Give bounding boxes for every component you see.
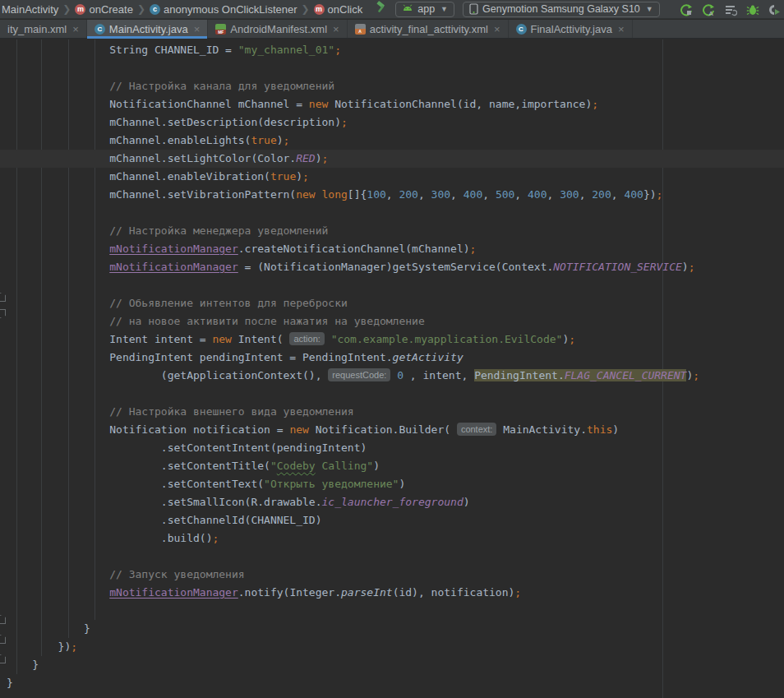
close-icon[interactable]: ×	[72, 23, 79, 35]
code-line[interactable]: NotificationChannel mChannel = new Notif…	[0, 95, 784, 113]
navigation-bar: MainActivity ❯ m onCreate ❯ c anonymous …	[0, 0, 784, 19]
code-area[interactable]: String CHANNEL_ID = "my_channel_01"; // …	[0, 41, 784, 692]
code-line[interactable]: mNotificationManager = (NotificationMana…	[0, 258, 784, 276]
code-line[interactable]	[0, 602, 784, 620]
code-token: new	[289, 423, 308, 436]
code-token	[7, 243, 109, 255]
code-token	[325, 333, 331, 345]
java-class-icon: C	[516, 24, 527, 35]
code-token	[7, 405, 109, 418]
breadcrumb-item-oncreate[interactable]: m onCreate	[75, 3, 132, 16]
code-token: long	[322, 188, 348, 201]
code-line[interactable]: // Настройка менеджера уведомлений	[0, 222, 784, 240]
code-token: NotificationChannel(id, name,importance)	[328, 98, 592, 110]
code-token: ;	[341, 116, 348, 128]
code-line[interactable]: mChannel.setLightColor(Color.RED);	[0, 150, 784, 168]
apply-changes-restart-button[interactable]	[680, 3, 693, 16]
code-token: ,	[611, 188, 625, 201]
close-icon[interactable]: ×	[194, 23, 201, 35]
code-token: ;	[334, 44, 341, 56]
code-token	[7, 261, 109, 273]
tab-activity-final-acttivity-xml[interactable]: A activity_final_acttivity.xml ×	[348, 20, 509, 38]
tab-finalacttivity-java[interactable]: C FinalActtivity.java ×	[509, 20, 633, 38]
breadcrumb-item-onclick[interactable]: m onClick	[314, 3, 363, 16]
code-token	[7, 586, 109, 599]
code-token: )	[399, 478, 405, 490]
code-line[interactable]: mNotificationManager.notify(Integer.pars…	[0, 584, 784, 602]
code-token	[316, 188, 322, 201]
tab-androidmanifest-xml[interactable]: MF AndroidManifest.xml ×	[208, 20, 347, 38]
code-token: Intent(	[232, 333, 289, 345]
code-token: "Открыть уведомление"	[264, 478, 399, 490]
code-line[interactable]: Notification notification = new Notifica…	[0, 421, 784, 439]
code-token: }	[7, 622, 90, 635]
code-token: })	[643, 188, 657, 201]
code-line[interactable]: .setSmallIcon(R.drawable.ic_launcher_for…	[0, 493, 784, 511]
breadcrumb-item-class[interactable]: MainActivity	[2, 3, 58, 16]
code-line[interactable]: PendingIntent pendingIntent = PendingInt…	[0, 349, 784, 367]
device-dropdown[interactable]: Genymotion Samsung Galaxy S10 ▼	[463, 2, 660, 17]
code-token: }	[7, 659, 39, 671]
code-line[interactable]: }	[0, 674, 784, 692]
code-line[interactable]: (getApplicationContext(), requestCode: 0…	[0, 367, 784, 385]
debug-button[interactable]	[746, 3, 759, 16]
code-line[interactable]: }	[0, 656, 784, 674]
code-line[interactable]	[0, 276, 784, 294]
build-hammer-icon[interactable]	[374, 1, 387, 17]
apply-code-changes-button[interactable]: A	[702, 3, 715, 16]
attach-debugger-button[interactable]	[768, 3, 782, 16]
code-token	[7, 80, 109, 92]
code-line[interactable]: // Обьявление интентов для переброски	[0, 294, 784, 312]
close-icon[interactable]: ×	[494, 23, 500, 35]
code-line[interactable]: });	[0, 638, 784, 656]
code-token: ;	[592, 98, 598, 110]
chevron-right-icon: ❯	[62, 3, 71, 15]
code-token: // на новое активити после нажатия на ув…	[109, 315, 425, 327]
coverage-button[interactable]	[724, 3, 737, 16]
code-line[interactable]: .build();	[0, 529, 784, 548]
tab-activity-main-xml[interactable]: ity_main.xml ×	[0, 20, 87, 38]
code-line[interactable]: mChannel.setDescription(description);	[0, 113, 784, 132]
code-line[interactable]: }	[0, 620, 784, 638]
code-token: 200	[399, 188, 417, 201]
code-token: 400	[528, 188, 546, 201]
code-line[interactable]: // Настройка внешнего вида уведомления	[0, 403, 784, 421]
tab-label: MainActivity.java	[109, 23, 188, 35]
code-token: Intent intent =	[7, 333, 212, 345]
code-line[interactable]: Intent intent = new Intent( action: "com…	[0, 331, 784, 349]
code-line[interactable]	[0, 548, 784, 566]
code-token: )	[373, 460, 380, 472]
code-line[interactable]: mNotificationManager.createNotificationC…	[0, 240, 784, 258]
tab-mainactivity-java[interactable]: C MainActivity.java ×	[87, 20, 208, 38]
code-token: (getApplicationContext(),	[7, 369, 328, 381]
code-token: )	[612, 423, 619, 436]
code-line[interactable]: .setContentIntent(pendingIntent)	[0, 439, 784, 457]
close-icon[interactable]: ×	[333, 23, 339, 35]
code-line[interactable]	[0, 59, 784, 77]
code-token: mChannel.setLightColor(Color.	[7, 152, 296, 164]
close-icon[interactable]: ×	[618, 23, 625, 35]
code-line[interactable]: .setContentText("Открыть уведомление")	[0, 475, 784, 493]
code-line[interactable]: .setChannelId(CHANNEL_ID)	[0, 511, 784, 529]
code-token: ,	[450, 188, 463, 201]
code-line[interactable]: String CHANNEL_ID = "my_channel_01";	[0, 41, 784, 59]
code-editor[interactable]: String CHANNEL_ID = "my_channel_01"; // …	[0, 39, 784, 698]
code-line[interactable]: mChannel.enableLights(true);	[0, 132, 784, 150]
code-token: Notification.Builder(	[309, 423, 457, 436]
code-token: NotificationChannel mChannel =	[7, 98, 309, 110]
breadcrumb-item-anonymous-listener[interactable]: c anonymous OnClickListener	[150, 3, 297, 16]
code-token: ;	[212, 532, 219, 544]
code-line[interactable]: // Настройка канала для уведомлений	[0, 77, 784, 95]
code-token	[7, 568, 109, 580]
code-line[interactable]: mChannel.enableVibration(true);	[0, 168, 784, 186]
code-line[interactable]	[0, 385, 784, 403]
code-line[interactable]: mChannel.setVibrationPattern(new long[]{…	[0, 186, 784, 204]
code-token: })	[7, 640, 71, 653]
code-token: ,	[482, 188, 496, 201]
run-config-dropdown[interactable]: app ▼	[395, 2, 454, 17]
code-token: "com.example.myapplication.EvilCode"	[331, 333, 563, 345]
code-line[interactable]: .setContentTitle("Codeby Calling")	[0, 457, 784, 475]
code-line[interactable]: // Запуск уведомления	[0, 566, 784, 584]
code-line[interactable]: // на новое активити после нажатия на ув…	[0, 312, 784, 331]
code-line[interactable]	[0, 204, 784, 222]
